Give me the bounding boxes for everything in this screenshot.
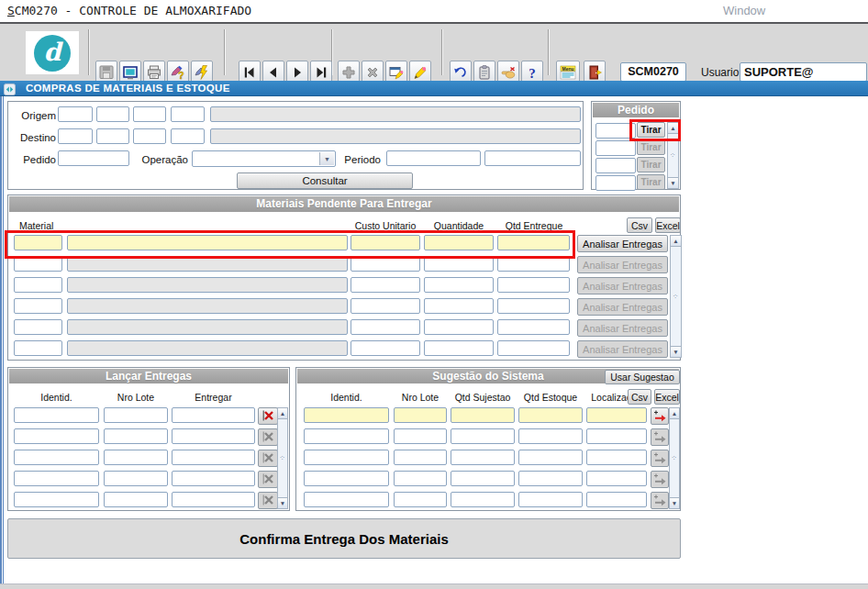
origem-input-1[interactable] [58, 106, 93, 122]
nro-lote-input[interactable] [104, 407, 168, 423]
usar-sugestao-button[interactable]: Usar Sugestao [605, 370, 680, 384]
quantidade-input[interactable] [424, 235, 494, 250]
usuario-field[interactable]: SUPORTE@ [740, 62, 867, 82]
qtd-estoque-input[interactable] [518, 407, 583, 423]
custo-unitario-input[interactable] [351, 319, 420, 335]
material-code-input[interactable] [14, 319, 62, 335]
nro-lote-input[interactable] [394, 428, 447, 444]
destino-input-1[interactable] [58, 128, 93, 144]
identid-input[interactable] [14, 450, 99, 465]
pedido-number-input[interactable] [595, 140, 636, 156]
material-code-input[interactable] [14, 277, 62, 293]
scroll-down-icon[interactable]: ▼ [670, 497, 679, 508]
quantidade-input[interactable] [424, 319, 494, 335]
nro-lote-input[interactable] [394, 450, 447, 465]
consultar-button[interactable]: Consultar [237, 172, 413, 189]
origem-input-3[interactable] [133, 106, 166, 122]
qtd-estoque-input[interactable] [518, 471, 583, 486]
qtd-sujestao-input[interactable] [451, 492, 515, 507]
custo-unitario-input[interactable] [351, 277, 420, 293]
scroll-down-icon[interactable]: ▼ [671, 346, 681, 357]
pedido-number-input[interactable] [595, 175, 636, 191]
entregar-input[interactable] [172, 492, 255, 507]
quantidade-input[interactable] [424, 340, 494, 356]
scroll-down-icon[interactable]: ▼ [278, 497, 287, 508]
qtd-entregue-input[interactable] [497, 277, 570, 293]
qtd-sujestao-input[interactable] [451, 450, 515, 465]
periodo-start-input[interactable] [386, 150, 481, 166]
destino-input-3[interactable] [133, 128, 166, 144]
material-code-input[interactable] [14, 235, 62, 250]
app-code-field[interactable]: SCM0270 [620, 62, 686, 82]
qtd-estoque-input[interactable] [518, 428, 583, 444]
qtd-estoque-input[interactable] [518, 450, 583, 465]
pedido-input[interactable] [58, 150, 129, 166]
custo-unitario-input[interactable] [351, 340, 420, 356]
scroll-down-icon[interactable]: ▼ [668, 177, 678, 188]
material-code-input[interactable] [14, 340, 62, 356]
material-code-input[interactable] [14, 298, 62, 314]
localizacao-input[interactable] [586, 471, 647, 486]
window-menu-title[interactable]: SCM0270 - CONTROLE DE ALMOXARIFADO [7, 0, 251, 22]
nro-lote-input[interactable] [394, 407, 447, 423]
nro-lote-input[interactable] [104, 492, 168, 507]
scrollbar-track[interactable]: ⁘ [668, 134, 678, 177]
identid-input[interactable] [304, 471, 389, 486]
periodo-end-input[interactable] [484, 150, 581, 166]
identid-input[interactable] [304, 450, 389, 465]
nro-lote-input[interactable] [104, 428, 168, 444]
destino-input-4[interactable] [171, 128, 205, 144]
csv-button[interactable]: Csv [627, 217, 652, 233]
identid-input[interactable] [304, 492, 389, 507]
operacao-select[interactable]: ▼ [192, 150, 336, 167]
excel-button[interactable]: Excel [655, 217, 681, 233]
scroll-up-icon[interactable]: ▲ [668, 123, 678, 134]
material-code-input[interactable] [14, 256, 62, 272]
material-description-input[interactable] [67, 235, 348, 250]
qtd-entregue-input[interactable] [497, 319, 570, 335]
entregar-input[interactable] [172, 428, 255, 444]
qtd-entregue-input[interactable] [497, 298, 570, 314]
scrollbar-track[interactable]: ⁘ [278, 419, 287, 497]
localizacao-input[interactable] [586, 428, 647, 444]
qtd-sujestao-input[interactable] [451, 471, 515, 486]
quantidade-input[interactable] [424, 256, 494, 272]
custo-unitario-input[interactable] [351, 235, 420, 250]
confirma-entrega-button[interactable]: Confirma Entrega Dos Materiais [7, 518, 681, 559]
qtd-estoque-input[interactable] [518, 492, 583, 507]
identid-input[interactable] [14, 492, 99, 507]
identid-input[interactable] [14, 407, 99, 423]
quantidade-input[interactable] [424, 277, 494, 293]
entregar-input[interactable] [172, 471, 255, 486]
qtd-sujestao-input[interactable] [451, 428, 515, 444]
localizacao-input[interactable] [586, 450, 647, 465]
localizacao-input[interactable] [586, 407, 647, 423]
localizacao-input[interactable] [586, 492, 647, 507]
scroll-up-icon[interactable]: ▲ [671, 236, 681, 247]
identid-input[interactable] [14, 471, 99, 486]
scroll-up-icon[interactable]: ▲ [278, 408, 287, 419]
nro-lote-input[interactable] [394, 492, 447, 507]
destino-input-2[interactable] [96, 128, 129, 144]
qtd-entregue-input[interactable] [497, 340, 570, 356]
nro-lote-input[interactable] [104, 450, 168, 465]
scrollbar-track[interactable]: ⁘ [670, 419, 679, 497]
custo-unitario-input[interactable] [351, 256, 420, 272]
identid-input[interactable] [304, 407, 389, 423]
scroll-up-icon[interactable]: ▲ [670, 408, 679, 419]
analisar-entregas-button[interactable]: Analisar Entregas [577, 235, 668, 252]
csv-button[interactable]: Csv [628, 389, 651, 405]
origem-input-4[interactable] [171, 106, 205, 122]
menu-item-window[interactable]: Window [723, 0, 765, 22]
nro-lote-input[interactable] [104, 471, 168, 486]
identid-input[interactable] [14, 428, 99, 444]
entregar-input[interactable] [172, 450, 255, 465]
remove-entrega-button[interactable] [258, 407, 278, 425]
tirar-button[interactable]: Tirar [637, 122, 665, 138]
usar-linha-button[interactable] [651, 407, 669, 425]
pedido-number-input[interactable] [595, 123, 636, 139]
identid-input[interactable] [304, 428, 389, 444]
qtd-sujestao-input[interactable] [451, 407, 515, 423]
quantidade-input[interactable] [424, 298, 494, 314]
pedido-number-input[interactable] [595, 158, 636, 173]
